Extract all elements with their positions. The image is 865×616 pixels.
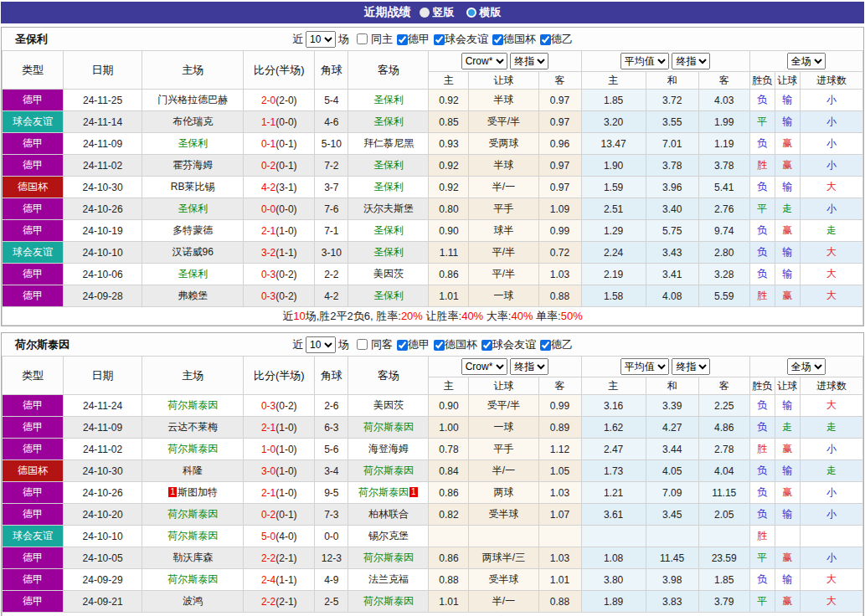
odds-away-value: 1.01 (538, 569, 581, 591)
league-checkbox-3[interactable] (540, 34, 551, 45)
fulltime-score: 0-0 (261, 203, 275, 215)
odds-away-value: 0.97 (538, 90, 581, 111)
odds-company-select[interactable]: Crow* (461, 358, 507, 375)
odds-away-value: 0.97 (538, 177, 581, 198)
result-wdl: 平 (749, 111, 775, 133)
league-filter-1: 球会友谊 (432, 32, 488, 47)
league-checkbox-1[interactable] (434, 34, 445, 45)
average-final-select[interactable]: 终指 (672, 53, 710, 69)
league-checkbox-2[interactable] (481, 340, 492, 351)
team-name-text: 布伦瑞克 (172, 116, 213, 127)
team-name-text: 圣保利 (178, 137, 208, 149)
odds-away-value: 0.88 (538, 591, 581, 613)
league-checkbox-3[interactable] (540, 340, 551, 351)
average-select[interactable]: 平均值 (620, 358, 669, 375)
odds-final-select[interactable]: 终指 (510, 53, 548, 69)
match-row: 德甲24-11-09云达不莱梅2-1(1-0)6-3荷尔斯泰因1.00一球0.8… (3, 417, 863, 439)
match-count-select[interactable]: 10 (306, 336, 336, 353)
result-handicap (775, 526, 800, 547)
col-header-corner: 角球 (315, 357, 348, 395)
match-date: 24-11-24 (64, 395, 142, 417)
radio-option-vertical[interactable]: 竖版 (420, 5, 455, 20)
same-venue-checkbox[interactable] (357, 339, 368, 350)
halftime-score: (4-0) (275, 531, 296, 542)
league-filter-1: 德国杯 (432, 337, 477, 352)
match-score: 0-2(0-1) (244, 504, 315, 526)
league-checkbox-1[interactable] (434, 340, 445, 351)
fulltime-score: 0-3 (261, 269, 275, 280)
fulltime-select[interactable]: 全场 (787, 358, 826, 375)
odds-handicap-value: 一球 (469, 285, 538, 307)
avg-home-value: 2.51 (581, 198, 646, 220)
league-checkbox-2[interactable] (492, 34, 503, 45)
radio-option-horizontal[interactable]: 横版 (466, 5, 502, 20)
result-handicap: 赢 (775, 133, 800, 155)
results-table: 类型 日期 主场 比分(半场) 角球 客场 Crow* 终指 平均值 终指 (2, 356, 863, 616)
fulltime-score: 1-0 (261, 444, 275, 455)
home-team: 门兴格拉德巴赫 (142, 90, 244, 111)
sub-header-odds-handicap: 让球 (469, 72, 538, 90)
odds-final-select[interactable]: 终指 (510, 358, 548, 375)
away-team: 法兰克福 (348, 569, 429, 591)
sub-header-avg-away: 客 (698, 377, 749, 395)
team-name-text: 圣保利 (373, 246, 404, 258)
away-team: 荷尔斯泰因 (348, 591, 429, 613)
odds-home-value: 0.88 (429, 569, 469, 591)
match-score: 1-1(0-0) (244, 111, 315, 133)
match-row: 球会友谊24-11-14布伦瑞克1-1(0-0)4-6圣保利0.85受平/半0.… (3, 111, 863, 133)
match-score: 5-0(4-0) (244, 526, 315, 547)
odds-away-value: 1.05 (538, 460, 581, 482)
halftime-score: (2-0) (275, 95, 296, 106)
odds-home-value: 0.90 (429, 220, 469, 242)
odds-home-value: 0.86 (429, 482, 469, 504)
average-select[interactable]: 平均值 (620, 53, 669, 69)
halftime-score: (1-0) (275, 225, 296, 237)
radio-unselected-icon[interactable] (420, 8, 430, 18)
home-team: 荷尔斯泰因 (142, 504, 244, 526)
result-goals: 大 (800, 591, 862, 613)
odds-home-value: 1.00 (429, 417, 469, 439)
league-type-badge: 德甲 (3, 285, 64, 307)
away-team: 圣保利 (348, 242, 429, 264)
result-wdl: 平 (749, 547, 775, 569)
corner-count: 5-4 (315, 90, 348, 111)
team-name-text: 荷尔斯泰因 (167, 399, 218, 411)
summary-row: 近10场,胜2平2负6, 胜率:20% 让胜率:44.4% 大率:33.3% 单… (3, 613, 863, 616)
odds-handicap-value: 平/半 (469, 242, 538, 264)
avg-draw-value (646, 526, 698, 547)
odds-away-value: 0.96 (538, 133, 581, 155)
radio-vertical-label: 竖版 (433, 5, 455, 20)
red-card-badge: 1 (409, 487, 418, 497)
average-final-select[interactable]: 终指 (672, 358, 710, 375)
home-team: 圣保利 (142, 133, 244, 155)
result-goals: 小 (800, 547, 862, 569)
avg-away-value: 3.78 (698, 155, 749, 177)
league-filter-2: 德国杯 (491, 32, 536, 47)
same-venue-checkbox[interactable] (357, 33, 368, 44)
sub-header-odds-home: 主 (429, 377, 469, 395)
halftime-score: (1-1) (275, 247, 296, 259)
away-team: 柏林联合 (348, 504, 429, 526)
match-score: 0-3(0-2) (244, 264, 315, 285)
odds-away-value: 0.88 (538, 285, 581, 307)
league-type-badge: 德国杯 (3, 177, 64, 198)
avg-home-value (581, 526, 646, 547)
filter-controls: 近 10 场 同客 德甲 德国杯 球会友谊 德乙 (292, 336, 573, 353)
home-team: RB莱比锡 (142, 177, 244, 198)
odds-home-value: 0.86 (429, 547, 469, 569)
odds-away-value: 0.97 (538, 155, 581, 177)
match-count-select[interactable]: 10 (306, 31, 336, 48)
title-bar: 近期战绩 竖版 横版 (1, 2, 864, 23)
result-wdl: 负 (749, 417, 775, 439)
radio-selected-icon[interactable] (466, 8, 476, 18)
fulltime-select[interactable]: 全场 (787, 53, 826, 69)
odds-away-value: 0.99 (538, 395, 581, 417)
league-checkbox-0[interactable] (397, 340, 408, 351)
corner-count: 5-10 (315, 133, 348, 155)
odds-company-select[interactable]: Crow* (461, 53, 507, 69)
league-checkbox-0[interactable] (397, 34, 408, 45)
avg-home-value: 1.21 (581, 482, 646, 504)
fulltime-score: 2-2 (261, 596, 275, 608)
match-row: 德甲24-10-06圣保利0-3(0-2)2-2美因茨0.86平/半1.032.… (3, 264, 863, 285)
match-date: 24-11-14 (64, 111, 142, 133)
